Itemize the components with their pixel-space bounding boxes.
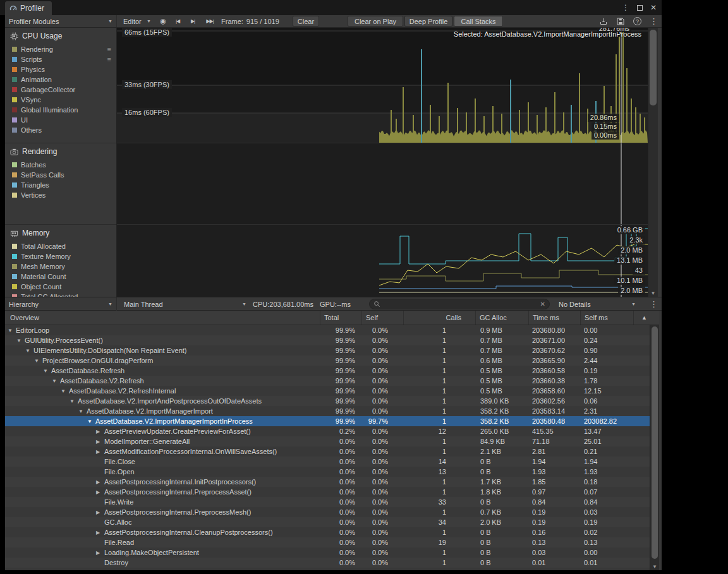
column-header-total[interactable]: Total [320, 311, 361, 325]
table-row-uielementsutility-dodispatch-non-repaint-event[interactable]: ▼UIElementsUtility.DoDispatch(Non Repain… [5, 345, 659, 356]
clear-button[interactable]: Clear [293, 16, 319, 27]
table-scrollbar[interactable]: ▼ [650, 325, 659, 570]
legend-item-physics[interactable]: Physics [5, 64, 116, 75]
close-icon[interactable]: ✕ [650, 4, 657, 11]
drag-handle-icon[interactable]: ≡ [107, 45, 111, 53]
window-menu-icon[interactable]: ⋮ [622, 4, 629, 11]
legend-item-animation[interactable]: Animation [5, 75, 116, 85]
legend-item-mesh-memory[interactable]: Mesh Memory [5, 261, 116, 272]
legend-item-texture-memory[interactable]: Texture Memory [5, 251, 116, 261]
clear-on-play-toggle[interactable]: Clear on Play [348, 16, 403, 27]
drag-handle-icon[interactable]: ≡ [107, 56, 111, 63]
legend-item-global-illumination[interactable]: Global Illumination [5, 105, 116, 115]
legend-item-total-gc-allocated[interactable]: Total GC Allocated [5, 292, 116, 297]
table-row-assetpreviewupdater-createpreviewforasset[interactable]: ▶AssetPreviewUpdater.CreatePreviewForAss… [5, 426, 659, 436]
legend-item-total-allocated[interactable]: Total Allocated [5, 241, 116, 251]
table-row-file-close[interactable]: File.Close0.0%0.0%140 B1.941.94 [5, 457, 659, 467]
view-mode-dropdown[interactable]: Hierarchy ▼ [5, 297, 117, 311]
table-scrollbar-thumb[interactable] [652, 326, 658, 559]
table-row-gc-alloc[interactable]: GC.Alloc0.0%0.0%342.0 KB0.190.19 [5, 517, 659, 527]
memory-chart[interactable]: 0.66 GB2.3k2.0 MB13.1 MB4310.1 MB2.0 MB [117, 224, 648, 297]
module-header-memory[interactable]: Memory [5, 225, 116, 241]
search-input[interactable] [383, 301, 538, 308]
table-row-file-open[interactable]: File.Open0.0%0.0%130 B1.931.93 [5, 467, 659, 477]
column-header-gc-alloc[interactable]: GC Alloc [475, 311, 528, 325]
table-row-assetpostprocessinginternal-preprocessasset[interactable]: ▶AssetPostprocessingInternal.PreprocessA… [5, 487, 659, 497]
cpu-usage-chart[interactable]: 66ms (15FPS) 33ms (30FPS) 16ms (60FPS) S… [117, 28, 648, 143]
legend-item-object-count[interactable]: Object Count [5, 282, 116, 292]
collapse-arrow-icon[interactable]: ▼ [43, 366, 51, 376]
table-row-modelimporter-generateall[interactable]: ▶ModelImporter::GenerateAll0.0%0.0%184.9… [5, 436, 659, 446]
collapse-arrow-icon[interactable]: ▼ [61, 386, 69, 396]
table-row-guiutility-processevent[interactable]: ▼GUIUtility.ProcessEvent()99.9%0.0%10.7 … [5, 335, 659, 345]
table-row-assetpostprocessinginternal-cleanuppostprocessors[interactable]: ▶AssetPostprocessingInternal.CleanupPost… [5, 527, 659, 537]
collapse-arrow-icon[interactable]: ▼ [8, 326, 16, 335]
load-icon[interactable] [599, 17, 608, 26]
record-button[interactable]: ◉ [157, 15, 169, 27]
expand-arrow-icon[interactable]: ▶ [96, 437, 104, 446]
column-header-time-ms[interactable]: Time ms [528, 311, 580, 325]
tab-profiler[interactable]: Profiler [5, 1, 52, 15]
collapse-arrow-icon[interactable]: ▼ [87, 417, 95, 426]
collapse-arrow-icon[interactable]: ▼ [78, 407, 87, 416]
legend-item-others[interactable]: Others [5, 125, 116, 135]
toolbar-menu-icon[interactable]: ⋮ [650, 16, 658, 26]
save-icon[interactable] [616, 17, 625, 26]
collapse-arrow-icon[interactable]: ▼ [34, 356, 42, 366]
legend-item-vertices[interactable]: Vertices [5, 190, 116, 200]
table-row-editorloop[interactable]: ▼EditorLoop99.9%0.0%10.9 MB203680.800.00 [5, 325, 659, 335]
module-header-rendering[interactable]: Rendering [5, 143, 116, 160]
legend-item-vsync[interactable]: VSync [5, 95, 116, 105]
table-row-destroy[interactable]: Destroy0.0%0.0%10 B0.010.01 [5, 558, 659, 568]
scroll-down-icon[interactable]: ▼ [648, 290, 658, 296]
details-mode-dropdown[interactable]: No Details ▼ [555, 297, 640, 311]
next-frame-button[interactable]: ▶| [186, 15, 200, 27]
column-header-self-ms[interactable]: Self ms [580, 311, 633, 325]
collapse-arrow-icon[interactable]: ▼ [25, 346, 33, 356]
expand-arrow-icon[interactable]: ▶ [96, 487, 104, 497]
current-frame-button[interactable]: ▶▶| [201, 15, 219, 27]
clear-search-icon[interactable]: ✕ [540, 301, 545, 308]
table-row-file-read[interactable]: File.Read0.0%0.0%190 B0.130.13 [5, 537, 659, 547]
profiler-modules-dropdown[interactable]: Profiler Modules ▼ [5, 15, 117, 27]
table-row-assetdatabase-v2-importandpostprocessoutofdateassets[interactable]: ▼AssetDatabase.V2.ImportAndPostprocessOu… [5, 396, 659, 406]
legend-item-garbagecollector[interactable]: GarbageCollector [5, 85, 116, 95]
thread-dropdown[interactable]: Main Thread ▼ [120, 297, 250, 311]
table-row-assetdatabase-v2-importmanagerimport[interactable]: ▼AssetDatabase.V2.ImportManagerImport99.… [5, 406, 659, 416]
legend-item-rendering[interactable]: Rendering≡ [5, 44, 116, 54]
collapse-arrow-icon[interactable]: ▼ [52, 376, 60, 386]
column-header-calls[interactable]: Calls [403, 311, 475, 325]
table-row-assetpostprocessinginternal-initpostprocessors[interactable]: ▶AssetPostprocessingInternal.InitPostpro… [5, 477, 659, 487]
column-header-self[interactable]: Self [361, 311, 403, 325]
table-row-assetdatabase-v2-refresh[interactable]: ▼AssetDatabase.V2.Refresh99.9%0.0%10.5 M… [5, 376, 659, 386]
charts-scrollbar[interactable]: ▼ [648, 28, 658, 297]
collapse-arrow-icon[interactable]: ▼ [16, 336, 25, 345]
table-row-file-write[interactable]: File.Write0.0%0.0%330 B0.840.84 [5, 497, 659, 507]
help-icon[interactable]: ? [633, 17, 641, 25]
maximize-icon[interactable] [637, 5, 643, 11]
previous-frame-button[interactable]: |◀ [171, 15, 185, 27]
table-row-projectbrowser-ongui-dragperform[interactable]: ▼ProjectBrowser.OnGUI.dragPerform99.9%0.… [5, 356, 659, 366]
collapse-arrow-icon[interactable]: ▼ [70, 397, 78, 406]
table-row-assetpostprocessinginternal-preprocessmesh[interactable]: ▶AssetPostprocessingInternal.PreprocessM… [5, 507, 659, 517]
expand-arrow-icon[interactable]: ▶ [96, 548, 104, 558]
expand-arrow-icon[interactable]: ▶ [96, 508, 104, 517]
scroll-down-icon[interactable]: ▼ [650, 564, 659, 570]
table-row-assetmodificationprocessorinternal-onwillsaveassets[interactable]: ▶AssetModificationProcessorInternal.OnWi… [5, 446, 659, 457]
expand-arrow-icon[interactable]: ▶ [96, 528, 104, 537]
charts-scrollbar-thumb[interactable] [650, 30, 657, 105]
expand-arrow-icon[interactable]: ▶ [96, 427, 104, 436]
table-row-assetdatabase-v2-importmanagerimportinprocess[interactable]: ▼AssetDatabase.V2.ImportManagerImportInP… [5, 416, 659, 426]
legend-item-setpass-calls[interactable]: SetPass Calls [5, 170, 116, 180]
table-row-loading-makeobjectpersistent[interactable]: ▶Loading.MakeObjectPersistent0.0%0.0%10 … [5, 547, 659, 558]
module-header-cpu-usage[interactable]: CPU Usage [5, 28, 116, 44]
legend-item-batches[interactable]: Batches [5, 160, 116, 170]
deep-profile-toggle[interactable]: Deep Profile [404, 16, 452, 27]
table-row-assetdatabase-refresh[interactable]: ▼AssetDatabase.Refresh99.9%0.0%10.5 MB20… [5, 366, 659, 376]
details-menu-icon[interactable]: ⋮ [650, 297, 658, 311]
rendering-chart[interactable] [117, 143, 648, 224]
legend-item-ui[interactable]: UI [5, 115, 116, 125]
legend-item-triangles[interactable]: Triangles [5, 180, 116, 190]
column-header-overview[interactable]: Overview [5, 311, 320, 325]
sort-column[interactable]: ▲ [633, 311, 659, 325]
